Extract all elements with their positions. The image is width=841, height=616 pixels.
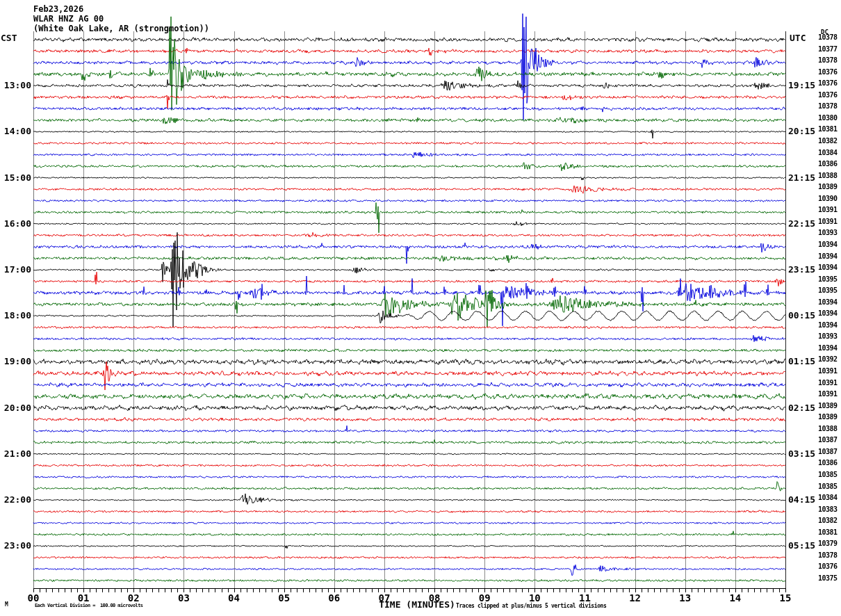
clip-note: Traces clipped at plus/minus 5 vertical … [456,603,606,609]
x-axis-tick-label: 15 [780,592,792,603]
dc-offset-value: 10387 [818,436,838,444]
dc-offset-value: 10380 [818,114,838,122]
dc-offset-value: 10376 [818,91,838,99]
dc-offset-value: 10385 [818,471,838,478]
dc-offset-value: 10389 [818,413,838,421]
cst-time-label: 13:00 [0,80,31,90]
cst-time-label: 18:00 [0,310,31,321]
dc-offset-value: 10388 [818,172,838,179]
utc-time-label: 22:15 [788,218,815,229]
dc-offset-value: 10379 [818,540,838,547]
x-axis-title: TIME (MINUTES) [379,599,455,610]
dc-offset-value: 10393 [818,229,838,236]
cst-time-label: 21:00 [0,448,31,459]
utc-time-label: 21:15 [788,172,815,183]
x-axis-tick-label: 11 [579,592,591,603]
x-axis-tick-label: 00 [28,592,40,603]
dc-offset-value: 10378 [818,102,838,110]
dc-offset-value: 10394 [818,252,838,260]
dc-offset-value: 10376 [818,68,838,76]
x-axis-tick-label: 12 [629,592,641,603]
dc-offset-value: 10378 [818,551,838,559]
utc-time-label: 02:15 [788,403,815,413]
cst-time-label: 23:00 [0,540,31,551]
dc-offset-value: 10381 [818,125,838,133]
x-axis-tick-label: 14 [729,592,741,603]
utc-time-label: 03:15 [788,448,815,459]
dc-offset-value: 10375 [818,574,838,582]
cst-time-label: 14:00 [0,126,31,136]
seismogram-canvas [0,0,841,616]
dc-offset-value: 10389 [818,402,838,410]
dc-offset-value: 10381 [818,528,838,536]
dc-offset-value: 10391 [818,390,838,398]
dc-offset-value: 10395 [818,275,838,283]
cst-time-label: 15:00 [0,172,31,183]
dc-offset-value: 10377 [818,45,838,53]
dc-offset-value: 10394 [818,241,838,248]
dc-offset-value: 10376 [818,79,838,87]
dc-offset-value: 10387 [818,448,838,455]
cst-time-label: 19:00 [0,356,31,366]
dc-offset-value: 10378 [818,33,838,41]
dc-offset-value: 10394 [818,309,838,317]
dc-offset-value: 10386 [818,160,838,168]
utc-time-label: 00:15 [788,310,815,321]
dc-offset-value: 10391 [818,367,838,375]
dc-offset-value: 10391 [818,379,838,387]
x-axis-tick-label: 01 [78,592,90,603]
dc-offset-value: 10394 [818,298,838,306]
cst-time-label: 22:00 [0,494,31,505]
x-axis-tick-label: 10 [529,592,541,603]
utc-time-label: 05:15 [788,540,815,551]
dc-offset-value: 10395 [818,286,838,294]
title-station: WLAR HNZ AG 00 [33,14,104,24]
dc-offset-value: 10391 [818,206,838,213]
x-axis-tick-label: 02 [128,592,140,603]
scale-note: Each Vertical Division = 100.00 microvol… [35,603,142,608]
left-timezone-label: CST [1,33,17,43]
helicorder-page: Feb23,2026 WLAR HNZ AG 00 (White Oak Lak… [0,0,841,616]
dc-offset-value: 10394 [818,321,838,329]
dc-offset-value: 10383 [818,505,838,513]
x-axis-tick-label: 13 [679,592,691,603]
utc-time-label: 04:15 [788,494,815,505]
utc-time-label: 01:15 [788,356,815,366]
title-date: Feb23,2026 [33,4,83,14]
dc-offset-value: 10388 [818,425,838,432]
dc-offset-value: 10391 [818,218,838,225]
dc-offset-value: 10382 [818,517,838,524]
dc-offset-value: 10390 [818,195,838,202]
dc-offset-value: 10394 [818,264,838,271]
dc-offset-value: 10389 [818,183,838,191]
x-axis-tick-label: 09 [479,592,491,603]
dc-offset-value: 10394 [818,344,838,352]
dc-offset-value: 10385 [818,483,838,490]
dc-offset-value: 10382 [818,137,838,145]
utc-time-label: 20:15 [788,126,815,136]
dc-offset-value: 10378 [818,56,838,64]
dc-offset-value: 10384 [818,149,838,156]
cst-time-label: 16:00 [0,218,31,229]
logo-glyph: M [5,601,8,608]
dc-offset-value: 10384 [818,494,838,501]
utc-time-label: 23:15 [788,264,815,275]
x-axis-tick-label: 03 [178,592,190,603]
utc-time-label: 19:15 [788,80,815,90]
x-axis-tick-label: 04 [228,592,240,603]
x-axis-tick-label: 05 [278,592,290,603]
right-timezone-label: UTC [790,33,806,43]
dc-offset-value: 10393 [818,332,838,340]
dc-offset-value: 10376 [818,562,838,570]
title-location: (White Oak Lake, AR (strongmotion)) [33,24,209,33]
dc-offset-value: 10386 [818,459,838,467]
x-axis-tick-label: 06 [328,592,340,603]
cst-time-label: 20:00 [0,403,31,413]
dc-offset-value: 10392 [818,355,838,363]
cst-time-label: 17:00 [0,264,31,275]
